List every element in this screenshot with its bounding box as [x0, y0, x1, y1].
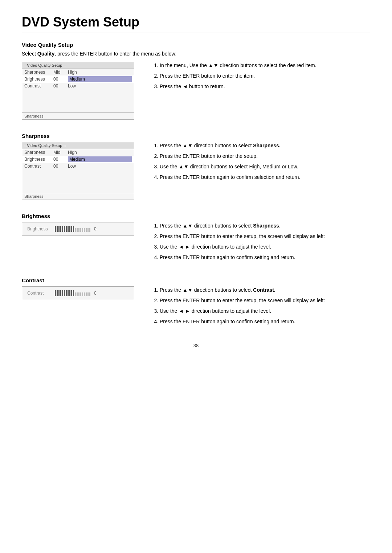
sharpness-table-footer: Sharpness [22, 193, 134, 200]
brightness-heading: Brightness [22, 213, 370, 219]
brightness-bar-box: Brightness [22, 222, 134, 236]
page-number: - 38 - [22, 343, 370, 348]
list-item: Press the ENTER button again to confirm … [160, 173, 370, 181]
brightness-bar-label: Brightness [27, 226, 53, 232]
vq-table-header: --Video Quality Setup -- [22, 62, 134, 69]
sharpness-right: Press the ▲▼ direction buttons to select… [152, 142, 370, 200]
vq-right: In the menu, Use the ▲▼ direction button… [152, 62, 370, 120]
brightness-section: Brightness Brightness [22, 213, 370, 264]
brightness-bar-value: 0 [94, 226, 97, 232]
list-item: Press the ENTER button again to confirm … [160, 318, 370, 325]
sharpness-left: --Video Quality Setup -- Sharpness Mid H… [22, 142, 138, 200]
table-row: Sharpness Mid High [22, 69, 134, 75]
brightness-right: Press the ▲▼ direction buttons to select… [152, 222, 370, 264]
contrast-bar-value: 0 [94, 291, 97, 296]
list-item: Press the ▲▼ direction buttons to select… [160, 142, 370, 149]
sharpness-heading: Sharpness [22, 133, 370, 139]
contrast-section: Contrast Contrast [22, 277, 370, 328]
sharpness-section: Sharpness --Video Quality Setup -- Sharp… [22, 133, 370, 200]
list-item: Press the ENTER button to enter the item… [160, 72, 370, 80]
list-item: Press the ENTER button to enter the setu… [160, 297, 370, 304]
contrast-left: Contrast [22, 286, 138, 328]
list-item: Use the ▲▼ direction buttons to select H… [160, 163, 370, 171]
brightness-bar [55, 226, 90, 232]
table-row: Contrast 00 Low [22, 163, 134, 169]
contrast-bar [55, 290, 90, 296]
vq-left: --Video Quality Setup -- Sharpness Mid H… [22, 62, 138, 120]
contrast-steps: Press the ▲▼ direction buttons to select… [152, 286, 370, 325]
table-row: Sharpness Mid High [22, 149, 134, 156]
list-item: Use the ◄ ► direction buttons to adjust … [160, 307, 370, 315]
list-item: Use the ◄ ► direction buttons to adjust … [160, 243, 370, 251]
table-row: Brightness 00 Medium [22, 156, 134, 163]
vq-table-footer: Sharpness [22, 112, 134, 119]
list-item: Press the ENTER button to enter the setu… [160, 152, 370, 160]
page-title: DVD System Setup [22, 15, 370, 33]
vq-intro: Select Quality, press the ENTER button t… [22, 51, 370, 57]
contrast-two-col: Contrast [22, 286, 370, 328]
vq-heading: Video Quality Setup [22, 42, 370, 48]
list-item: Press the ▲▼ direction buttons to select… [160, 286, 370, 294]
list-item: Press the ENTER button to enter the setu… [160, 233, 370, 240]
brightness-steps: Press the ▲▼ direction buttons to select… [152, 222, 370, 261]
contrast-bar-box: Contrast [22, 286, 134, 300]
vq-steps: In the menu, Use the ▲▼ direction button… [152, 62, 370, 90]
brightness-left: Brightness [22, 222, 138, 264]
brightness-two-col: Brightness [22, 222, 370, 264]
list-item: Press the ▲▼ direction buttons to select… [160, 222, 370, 230]
sharpness-two-col: --Video Quality Setup -- Sharpness Mid H… [22, 142, 370, 200]
contrast-bar-label: Contrast [27, 291, 53, 296]
sharpness-table: --Video Quality Setup -- Sharpness Mid H… [22, 142, 134, 200]
sharpness-table-header: --Video Quality Setup -- [22, 142, 134, 149]
table-row: Brightness 00 Medium [22, 75, 134, 83]
contrast-heading: Contrast [22, 277, 370, 283]
table-row: Contrast 00 Low [22, 83, 134, 89]
video-quality-section: Video Quality Setup Select Quality, pres… [22, 42, 370, 120]
list-item: Press the ENTER button again to confirm … [160, 254, 370, 261]
list-item: In the menu, Use the ▲▼ direction button… [160, 62, 370, 69]
vq-intro-bold: Quality [37, 51, 54, 57]
contrast-right: Press the ▲▼ direction buttons to select… [152, 286, 370, 328]
list-item: Press the ◄ button to return. [160, 83, 370, 90]
vq-two-col: --Video Quality Setup -- Sharpness Mid H… [22, 62, 370, 120]
sharpness-steps: Press the ▲▼ direction buttons to select… [152, 142, 370, 181]
vq-table: --Video Quality Setup -- Sharpness Mid H… [22, 62, 134, 120]
